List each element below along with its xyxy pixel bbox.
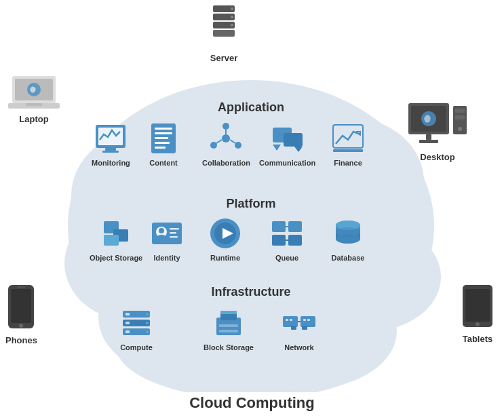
phones-label: Phones	[5, 335, 37, 345]
svg-rect-96	[426, 134, 431, 140]
svg-point-66	[146, 330, 149, 333]
content-icon	[146, 121, 181, 156]
svg-rect-80	[302, 326, 307, 330]
svg-rect-73	[301, 316, 315, 327]
database-label: Database	[332, 254, 365, 262]
svg-point-18	[222, 134, 230, 142]
svg-point-57	[336, 234, 360, 244]
svg-rect-15	[155, 137, 168, 139]
identity-item: Identity	[149, 216, 185, 262]
runtime-icon	[208, 216, 243, 251]
compute-item: Compute	[119, 305, 154, 351]
server-label: Server	[210, 53, 237, 63]
svg-line-23	[230, 140, 235, 143]
svg-rect-84	[213, 30, 235, 37]
identity-label: Identity	[153, 254, 180, 262]
finance-label: Finance	[334, 159, 362, 167]
svg-rect-30	[333, 149, 363, 152]
queue-icon	[269, 216, 305, 251]
communication-item: Communication	[259, 121, 315, 167]
object-storage-icon	[98, 216, 134, 251]
svg-point-19	[222, 123, 229, 130]
main-title: Cloud Computing	[0, 394, 504, 412]
network-icon	[282, 305, 317, 341]
svg-line-24	[216, 140, 222, 143]
svg-rect-76	[303, 319, 306, 321]
finance-item: Finance	[330, 121, 366, 167]
svg-rect-75	[290, 319, 292, 321]
identity-icon	[149, 216, 185, 251]
laptop-icon	[7, 73, 61, 111]
svg-rect-77	[307, 319, 310, 321]
svg-rect-40	[170, 236, 178, 238]
compute-icon	[119, 305, 154, 341]
collaboration-icon	[208, 121, 244, 156]
section-platform: Platform	[149, 197, 353, 211]
laptop-label: Laptop	[19, 114, 48, 124]
tablets-icon	[460, 284, 495, 331]
svg-rect-46	[272, 235, 286, 246]
phones-device: Phones	[5, 284, 37, 345]
svg-rect-63	[125, 330, 130, 333]
svg-point-20	[235, 142, 241, 149]
svg-rect-44	[272, 221, 286, 232]
svg-rect-74	[286, 319, 288, 321]
svg-rect-99	[455, 109, 465, 113]
svg-rect-79	[291, 326, 296, 330]
content-item: Content	[146, 121, 181, 167]
svg-rect-39	[170, 232, 176, 234]
object-storage-label: Object Storage	[90, 254, 142, 262]
database-item: Database	[330, 216, 366, 262]
svg-point-87	[231, 24, 233, 26]
svg-point-64	[146, 313, 149, 316]
svg-rect-27	[284, 133, 303, 147]
svg-point-36	[159, 228, 164, 233]
block-storage-icon	[211, 305, 246, 341]
svg-rect-105	[17, 286, 25, 288]
desktop-icon	[407, 102, 468, 149]
svg-point-65	[146, 322, 149, 324]
svg-rect-97	[419, 140, 438, 143]
svg-rect-29	[333, 125, 363, 148]
svg-marker-28	[294, 147, 303, 152]
svg-rect-47	[288, 235, 302, 246]
block-storage-item: Block Storage	[203, 305, 254, 351]
queue-label: Queue	[275, 254, 298, 262]
collaboration-label: Collaboration	[202, 159, 250, 167]
svg-point-108	[476, 322, 480, 326]
svg-rect-107	[465, 289, 490, 322]
svg-rect-11	[102, 151, 119, 153]
svg-rect-69	[220, 311, 237, 314]
svg-rect-62	[125, 322, 130, 324]
desktop-label: Desktop	[420, 152, 454, 162]
compute-label: Compute	[120, 343, 153, 351]
svg-rect-72	[283, 316, 298, 327]
runtime-item: Runtime	[208, 216, 243, 262]
tablets-label: Tablets	[463, 334, 493, 344]
svg-point-101	[458, 127, 462, 131]
monitoring-label: Monitoring	[92, 159, 130, 167]
svg-marker-26	[273, 145, 281, 151]
block-storage-label: Block Storage	[203, 343, 254, 351]
network-item: Network	[282, 305, 317, 351]
svg-rect-45	[288, 221, 302, 232]
svg-rect-17	[155, 147, 166, 149]
server-device: Server	[206, 4, 241, 63]
desktop-device: Desktop	[407, 102, 468, 162]
svg-rect-70	[219, 324, 238, 327]
laptop-device: Laptop	[7, 73, 61, 124]
tablets-device: Tablets	[460, 284, 495, 344]
svg-rect-33	[104, 235, 119, 246]
svg-rect-16	[155, 142, 170, 144]
svg-point-37	[157, 235, 166, 240]
svg-point-21	[210, 142, 217, 149]
section-application: Application	[149, 100, 353, 115]
object-storage-item: Object Storage	[90, 216, 142, 262]
svg-rect-71	[219, 330, 238, 332]
server-icon	[206, 4, 241, 50]
section-infrastructure: Infrastructure	[149, 285, 353, 299]
svg-point-86	[231, 16, 233, 18]
phones-icon	[5, 284, 37, 332]
content-label: Content	[149, 159, 178, 167]
collaboration-item: Collaboration	[202, 121, 250, 167]
